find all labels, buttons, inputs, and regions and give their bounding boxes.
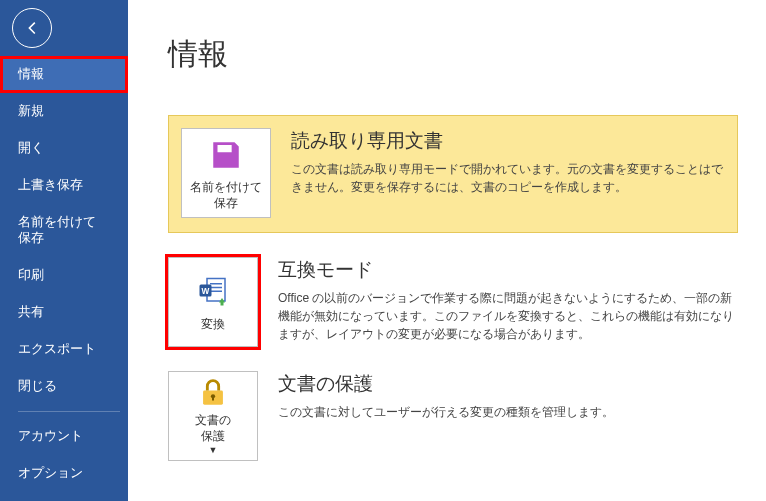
- back-button[interactable]: [12, 8, 52, 48]
- nav-separator: [18, 411, 120, 412]
- nav-item-options[interactable]: オプション: [0, 455, 128, 492]
- convert-button[interactable]: W 変換: [168, 257, 258, 347]
- svg-text:W: W: [202, 287, 210, 296]
- protect-section: 文書の 保護 ▼ 文書の保護 この文書に対してユーザーが行える変更の種類を管理し…: [168, 371, 738, 461]
- nav-item-share[interactable]: 共有: [0, 294, 128, 331]
- protect-button[interactable]: 文書の 保護 ▼: [168, 371, 258, 461]
- arrow-left-icon: [23, 19, 41, 37]
- dropdown-caret-icon: ▼: [209, 445, 218, 457]
- svg-rect-1: [210, 283, 222, 285]
- nav-item-new[interactable]: 新規: [0, 93, 128, 130]
- nav-item-open[interactable]: 開く: [0, 130, 128, 167]
- svg-rect-3: [210, 291, 222, 293]
- protect-button-label: 文書の 保護: [195, 413, 231, 444]
- svg-rect-9: [212, 396, 214, 400]
- nav-list: 情報 新規 開く 上書き保存 名前を付けて 保存 印刷 共有 エクスポート 閉じ…: [0, 56, 128, 492]
- compat-title: 互換モード: [278, 257, 738, 283]
- nav-item-save[interactable]: 上書き保存: [0, 167, 128, 204]
- save-icon: [209, 134, 243, 176]
- backstage-sidebar: 情報 新規 開く 上書き保存 名前を付けて 保存 印刷 共有 エクスポート 閉じ…: [0, 0, 128, 501]
- nav-item-print[interactable]: 印刷: [0, 257, 128, 294]
- readonly-title: 読み取り専用文書: [291, 128, 723, 154]
- protect-desc: この文書に対してユーザーが行える変更の種類を管理します。: [278, 403, 738, 421]
- saveas-button-label: 名前を付けて 保存: [190, 180, 262, 211]
- nav-item-export[interactable]: エクスポート: [0, 331, 128, 368]
- nav-item-close[interactable]: 閉じる: [0, 368, 128, 405]
- lock-icon: [196, 375, 230, 409]
- convert-button-label: 変換: [201, 317, 225, 333]
- readonly-banner: 名前を付けて 保存 読み取り専用文書 この文書は読み取り専用モードで開かれていま…: [168, 115, 738, 233]
- protect-title: 文書の保護: [278, 371, 738, 397]
- nav-item-saveas[interactable]: 名前を付けて 保存: [0, 204, 128, 258]
- main-pane: 情報 名前を付けて 保存 読み取り専用文書 この文書は読み取り専用モードで開かれ…: [128, 0, 766, 501]
- compat-desc: Office の以前のバージョンで作業する際に問題が起きないようにするため、一部…: [278, 289, 738, 343]
- page-title: 情報: [168, 34, 766, 75]
- saveas-button[interactable]: 名前を付けて 保存: [181, 128, 271, 218]
- readonly-desc: この文書は読み取り専用モードで開かれています。元の文書を変更することはできません…: [291, 160, 723, 196]
- svg-rect-2: [210, 287, 222, 289]
- svg-rect-6: [221, 301, 224, 306]
- word-convert-icon: W: [195, 271, 231, 313]
- compat-section: W 変換 互換モード Office の以前のバージョンで作業する際に問題が起きな…: [168, 257, 738, 347]
- nav-item-account[interactable]: アカウント: [0, 418, 128, 455]
- nav-item-info[interactable]: 情報: [0, 56, 128, 93]
